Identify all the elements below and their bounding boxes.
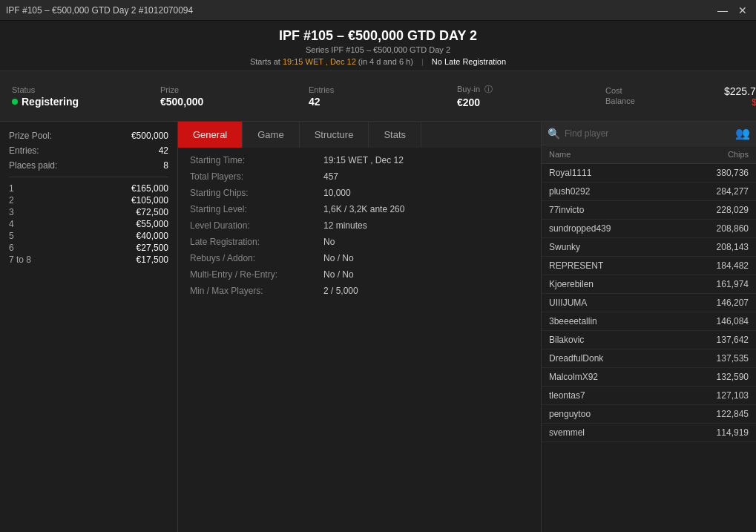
player-row[interactable]: UIIIJUMA146,207 xyxy=(542,294,756,312)
player-name: Kjoerebilen xyxy=(542,275,674,294)
player-chips: 208,860 xyxy=(674,220,756,238)
name-header: Name xyxy=(542,145,674,164)
player-row[interactable]: REPRESENT184,482 xyxy=(542,257,756,275)
prizepool-row: Prize Pool: €500,000 xyxy=(9,131,168,141)
player-row[interactable]: Royal1111380,736 xyxy=(542,164,756,183)
chips-header: Chips xyxy=(674,145,756,164)
player-chips: 161,974 xyxy=(674,275,756,294)
tab-content: Starting Time:19:15 WET , Dec 12Total Pl… xyxy=(178,148,541,532)
tab-structure[interactable]: Structure xyxy=(300,122,369,148)
general-info-list: Starting Time:19:15 WET , Dec 12Total Pl… xyxy=(190,155,529,296)
prize-label: Prize xyxy=(160,85,279,94)
balance-sub: $0 xyxy=(724,97,756,108)
places-list: 1€165,0002€105,0003€72,5004€55,0005€40,0… xyxy=(9,183,168,265)
player-chips: 184,482 xyxy=(674,257,756,275)
player-name: 3beeeetallin xyxy=(542,312,674,331)
status-label: Status xyxy=(12,85,131,94)
place-amount: €105,000 xyxy=(131,195,168,206)
tab-game[interactable]: Game xyxy=(243,122,299,148)
player-chips: 146,207 xyxy=(674,294,756,312)
places-paid-row: Places paid: 8 xyxy=(9,160,168,171)
place-row: 3€72,500 xyxy=(9,207,168,217)
player-row[interactable]: Bilakovic137,642 xyxy=(542,331,756,349)
player-row[interactable]: DreadfulDonk137,535 xyxy=(542,349,756,368)
info-row: Late Registration:No xyxy=(190,237,529,247)
place-amount: €55,000 xyxy=(137,219,168,229)
place-amount: €165,000 xyxy=(131,183,168,194)
player-chips: 208,143 xyxy=(674,238,756,257)
status-section: Status Registering xyxy=(12,85,131,108)
info-value: 10,000 xyxy=(323,188,351,198)
balance-amount: $225.78 xyxy=(724,85,756,97)
info-value: 457 xyxy=(323,171,338,182)
info-row: Rebuys / Addon:No / No xyxy=(190,253,529,263)
tab-general[interactable]: General xyxy=(178,122,243,148)
player-chips: 146,084 xyxy=(674,312,756,331)
player-row[interactable]: tleontas7127,103 xyxy=(542,387,756,405)
info-row: Level Duration:12 minutes xyxy=(190,220,529,231)
cashier-section: $225.78 $0 Cashier xyxy=(724,77,756,115)
player-row[interactable]: 77invicto228,029 xyxy=(542,201,756,220)
info-row: Starting Level:1,6K / 3,2K ante 260 xyxy=(190,204,529,214)
info-row: Starting Time:19:15 WET , Dec 12 xyxy=(190,155,529,165)
player-row[interactable]: Swunky208,143 xyxy=(542,238,756,257)
player-chips: 137,535 xyxy=(674,349,756,368)
close-button[interactable]: ✕ xyxy=(735,4,750,16)
status-text: Registering xyxy=(22,96,79,108)
player-name: DreadfulDonk xyxy=(542,349,674,368)
player-row[interactable]: sundropped439208,860 xyxy=(542,220,756,238)
player-chips: 132,590 xyxy=(674,368,756,387)
info-value: 1,6K / 3,2K ante 260 xyxy=(323,204,404,214)
entries-row: Entries: 42 xyxy=(9,145,168,156)
player-row[interactable]: MalcolmX92132,590 xyxy=(542,368,756,387)
info-value: No / No xyxy=(323,269,354,280)
center-panel: General Game Structure Stats Starting Ti… xyxy=(178,122,541,532)
player-row[interactable]: Kjoerebilen161,974 xyxy=(542,275,756,294)
search-input[interactable] xyxy=(565,128,731,139)
tab-stats[interactable]: Stats xyxy=(369,122,421,148)
player-row[interactable]: svemmel114,919 xyxy=(542,424,756,442)
place-amount: €27,500 xyxy=(137,243,168,253)
prizepool-value: €500,000 xyxy=(131,131,168,141)
player-chips: 284,277 xyxy=(674,183,756,201)
player-row[interactable]: penguytoo122,845 xyxy=(542,405,756,424)
status-value: Registering xyxy=(12,96,131,108)
info-row: Starting Chips:10,000 xyxy=(190,188,529,198)
status-bar: Status Registering Prize €500,000 Entrie… xyxy=(0,71,756,122)
place-label: 4 xyxy=(9,219,14,229)
place-row: 4€55,000 xyxy=(9,219,168,229)
window-controls: — ✕ xyxy=(714,4,750,16)
info-icon: ⓘ xyxy=(484,85,493,93)
place-label: 7 to 8 xyxy=(9,254,31,265)
players-tbody: Royal1111380,736plush0292284,27777invict… xyxy=(542,164,756,442)
player-chips: 122,845 xyxy=(674,405,756,424)
left-panel: Prize Pool: €500,000 Entries: 42 Places … xyxy=(0,122,178,532)
player-row[interactable]: plush0292284,277 xyxy=(542,183,756,201)
info-label: Rebuys / Addon: xyxy=(190,253,323,263)
status-dot xyxy=(12,99,18,105)
player-row[interactable]: 3beeeetallin146,084 xyxy=(542,312,756,331)
place-label: 3 xyxy=(9,207,14,217)
balance-info: $225.78 $0 xyxy=(724,85,756,108)
place-amount: €40,000 xyxy=(137,231,168,241)
info-label: Total Players: xyxy=(190,171,323,182)
info-row: Multi-Entry / Re-Entry:No / No xyxy=(190,269,529,280)
info-label: Level Duration: xyxy=(190,220,323,231)
start-time: 19:15 WET , Dec 12 xyxy=(283,57,356,66)
prize-value: €500,000 xyxy=(160,96,279,108)
no-late-reg: No Late Registration xyxy=(432,57,506,66)
player-name: Royal1111 xyxy=(542,164,674,183)
place-label: 5 xyxy=(9,231,14,241)
tournament-time: Starts at 19:15 WET , Dec 12 (in 4 d and… xyxy=(0,57,756,66)
tab-bar: General Game Structure Stats xyxy=(178,122,541,148)
player-name: Bilakovic xyxy=(542,331,674,349)
place-row: 2€105,000 xyxy=(9,195,168,206)
search-bar: 🔍 👥 xyxy=(542,122,756,145)
minimize-button[interactable]: — xyxy=(714,4,731,16)
buyin-label: Buy-in ⓘ xyxy=(457,84,576,95)
search-icon: 🔍 xyxy=(548,128,560,139)
place-label: 1 xyxy=(9,183,14,194)
player-name: Swunky xyxy=(542,238,674,257)
players-icon[interactable]: 👥 xyxy=(735,126,750,140)
place-row: 1€165,000 xyxy=(9,183,168,194)
